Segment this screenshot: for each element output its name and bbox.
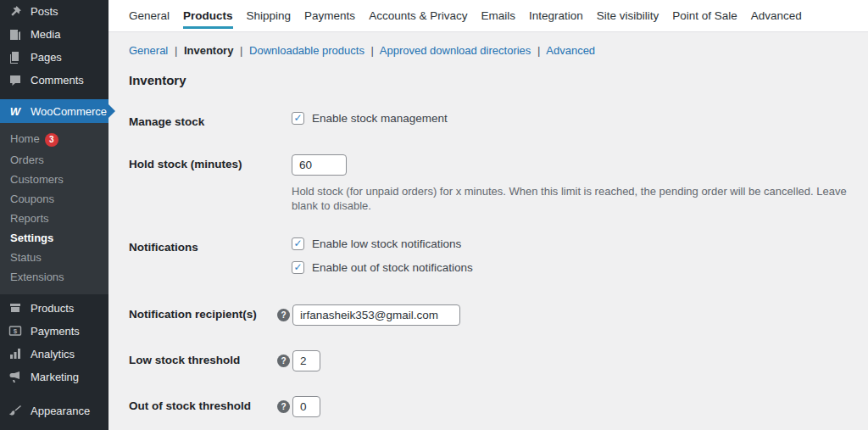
low-stock-threshold-label: Low stock threshold	[129, 350, 277, 366]
page-title: Inventory	[129, 73, 868, 87]
notification-recipients-input[interactable]	[292, 304, 460, 326]
marketing-megaphone-icon	[8, 369, 23, 384]
analytics-bars-icon	[8, 346, 23, 361]
hold-stock-description: Hold stock (for unpaid orders) for x min…	[292, 184, 868, 213]
pushpin-icon	[8, 4, 23, 20]
appearance-brush-icon	[8, 403, 23, 418]
svg-text:$: $	[14, 327, 18, 335]
subnav-current-inventory: Inventory	[184, 44, 234, 57]
pages-icon	[8, 50, 23, 65]
out-of-stock-notifications-option: ✓ Enable out of stock notifications	[292, 261, 473, 274]
submenu-item-orders[interactable]: Orders	[0, 150, 108, 170]
manage-stock-row: Manage stock ✓ Enable stock management	[129, 112, 868, 128]
sidebar-item-payments[interactable]: $ Payments	[0, 320, 108, 343]
sidebar-item-plugins[interactable]: Plugins	[0, 422, 108, 430]
submenu-item-home[interactable]: Home3	[0, 129, 108, 150]
subnav-link-advanced[interactable]: Advanced	[546, 44, 595, 57]
hold-stock-input[interactable]	[292, 154, 347, 176]
sidebar-item-pages[interactable]: Pages	[0, 46, 108, 69]
low-stock-notifications-option: ✓ Enable low stock notifications	[292, 237, 473, 250]
tab-products[interactable]: Products	[183, 0, 233, 31]
admin-sidebar: Posts Media Pages Comments W WooCommerce…	[0, 0, 108, 430]
hold-stock-row: Hold stock (minutes) Hold stock (for unp…	[129, 154, 868, 213]
out-of-stock-threshold-input[interactable]	[292, 396, 320, 417]
sidebar-item-analytics[interactable]: Analytics	[0, 343, 108, 366]
notification-recipients-label: Notification recipient(s)	[129, 304, 277, 321]
notification-badge: 3	[45, 133, 58, 147]
low-stock-notifications-checkbox[interactable]: ✓	[292, 237, 304, 250]
manage-stock-label: Manage stock	[129, 112, 277, 128]
media-icon	[8, 27, 23, 42]
submenu-item-settings[interactable]: Settings	[0, 228, 108, 248]
hold-stock-label: Hold stock (minutes)	[129, 154, 277, 170]
checkbox-label: Enable stock management	[312, 112, 448, 125]
woocommerce-logo-icon: W	[8, 103, 23, 119]
sidebar-item-media[interactable]: Media	[0, 23, 108, 46]
tab-payments[interactable]: Payments	[304, 0, 355, 31]
plugins-plug-icon	[8, 426, 23, 430]
tab-site-visibility[interactable]: Site visibility	[597, 0, 659, 31]
sidebar-item-products[interactable]: Products	[0, 297, 108, 320]
tab-shipping[interactable]: Shipping	[247, 0, 292, 31]
low-stock-threshold-input[interactable]	[292, 350, 320, 371]
sidebar-item-label: Payments	[31, 325, 80, 338]
payments-dollar-icon: $	[8, 323, 23, 338]
sidebar-item-label: Pages	[31, 51, 62, 64]
subnav-link-downloadable-products[interactable]: Downloadable products	[249, 44, 364, 57]
sidebar-item-label: Analytics	[31, 348, 75, 360]
notifications-row: Notifications ✓ Enable low stock notific…	[129, 237, 868, 274]
sidebar-item-label: Products	[31, 302, 74, 315]
tab-integration[interactable]: Integration	[529, 0, 583, 31]
submenu-item-customers[interactable]: Customers	[0, 170, 108, 189]
subnav-separator: |	[537, 44, 540, 57]
checkbox-label: Enable low stock notifications	[312, 237, 461, 250]
products-section-nav: General | Inventory | Downloadable produ…	[108, 32, 868, 57]
out-of-stock-threshold-label: Out of stock threshold	[129, 396, 277, 412]
submenu-item-extensions[interactable]: Extensions	[0, 267, 108, 287]
subnav-separator: |	[240, 44, 242, 57]
subnav-link-approved-download-directories[interactable]: Approved download directories	[380, 44, 531, 57]
woocommerce-submenu: Home3 Orders Customers Coupons Reports S…	[0, 123, 108, 294]
sidebar-separator	[0, 388, 108, 399]
sidebar-item-label: WooCommerce	[31, 105, 107, 118]
help-tooltip-icon[interactable]: ?	[277, 355, 290, 367]
tab-general[interactable]: General	[129, 0, 170, 31]
sidebar-item-label: Posts	[31, 5, 58, 18]
sidebar-item-marketing[interactable]: Marketing	[0, 366, 108, 388]
tab-advanced[interactable]: Advanced	[751, 0, 802, 31]
submenu-item-coupons[interactable]: Coupons	[0, 189, 108, 209]
submenu-item-label: Home	[10, 132, 40, 145]
sidebar-item-label: Plugins	[31, 427, 67, 430]
sidebar-item-appearance[interactable]: Appearance	[0, 399, 108, 422]
comment-icon	[8, 73, 23, 88]
settings-content: General Products Shipping Payments Accou…	[108, 0, 868, 430]
notifications-label: Notifications	[129, 237, 277, 254]
out-of-stock-threshold-row: Out of stock threshold ?	[129, 396, 868, 417]
enable-stock-management-option: ✓ Enable stock management	[292, 112, 448, 125]
help-tooltip-icon[interactable]: ?	[277, 400, 290, 413]
tab-emails[interactable]: Emails	[481, 0, 515, 31]
sidebar-item-comments[interactable]: Comments	[0, 69, 108, 92]
products-box-icon	[8, 300, 23, 316]
sidebar-item-label: Media	[31, 28, 60, 41]
out-of-stock-notifications-checkbox[interactable]: ✓	[292, 261, 304, 274]
subnav-link-general[interactable]: General	[129, 44, 168, 57]
low-stock-threshold-row: Low stock threshold ?	[129, 350, 868, 371]
settings-tab-bar: General Products Shipping Payments Accou…	[108, 0, 868, 32]
tab-point-of-sale[interactable]: Point of Sale	[672, 0, 737, 31]
checkbox-label: Enable out of stock notifications	[312, 261, 473, 274]
subnav-separator: |	[371, 44, 374, 57]
submenu-item-reports[interactable]: Reports	[0, 209, 108, 228]
sidebar-item-woocommerce[interactable]: W WooCommerce	[0, 99, 108, 123]
sidebar-item-posts[interactable]: Posts	[0, 0, 108, 23]
help-tooltip-icon[interactable]: ?	[277, 309, 290, 321]
sidebar-item-label: Comments	[31, 74, 84, 87]
subnav-separator: |	[175, 44, 177, 57]
inventory-settings-form: Manage stock ✓ Enable stock management H…	[129, 112, 868, 417]
tab-accounts-privacy[interactable]: Accounts & Privacy	[369, 0, 467, 31]
notification-recipients-row: Notification recipient(s) ?	[129, 304, 868, 326]
sidebar-item-label: Marketing	[31, 371, 79, 383]
submenu-item-status[interactable]: Status	[0, 248, 108, 267]
sidebar-item-label: Appearance	[31, 405, 90, 417]
enable-stock-management-checkbox[interactable]: ✓	[292, 112, 304, 125]
